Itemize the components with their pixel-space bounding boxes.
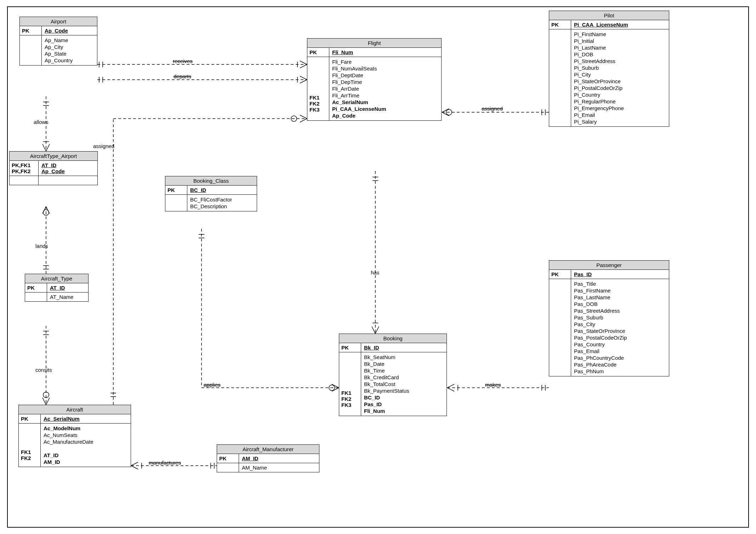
entity-airport: Airport PK Ap_Code Ap_Name Ap_City Ap_St… <box>19 17 97 66</box>
entity-aircrafttype-airport: AircraftType_Airport PK,FK1 PK,FK2 AT_ID… <box>9 151 98 185</box>
entity-pilot: Pilot PK Pi_CAA_LicenseNum Pi_FirstName … <box>549 11 669 127</box>
airport-pk: Ap_Code <box>45 28 68 34</box>
entity-booking-class: Booking_Class PK BC_ID BC_FliCostFactor … <box>165 176 257 211</box>
entity-aircraft-type: Aircraft_Type PK AT_ID AT_Name <box>25 274 89 302</box>
entity-aircraft: Aircraft PK Ac_SerialNum FK1 FK2 Ac_Mode… <box>18 405 131 467</box>
entity-passenger: Passenger PK Pas_ID Pas_Title Pas_FirstN… <box>549 260 669 376</box>
entity-airport-title: Airport <box>20 17 97 26</box>
entity-flight: Flight PK Fli_Num FK1 FK2 FK3 Fli_Fare F… <box>307 38 442 121</box>
entity-booking: Booking PK Bk_ID FK1 FK2 FK3 Bk_SeatNum … <box>339 334 447 416</box>
entity-manufacturer: Aircraft_Manufacturer PK AM_ID AM_Name <box>217 444 319 472</box>
